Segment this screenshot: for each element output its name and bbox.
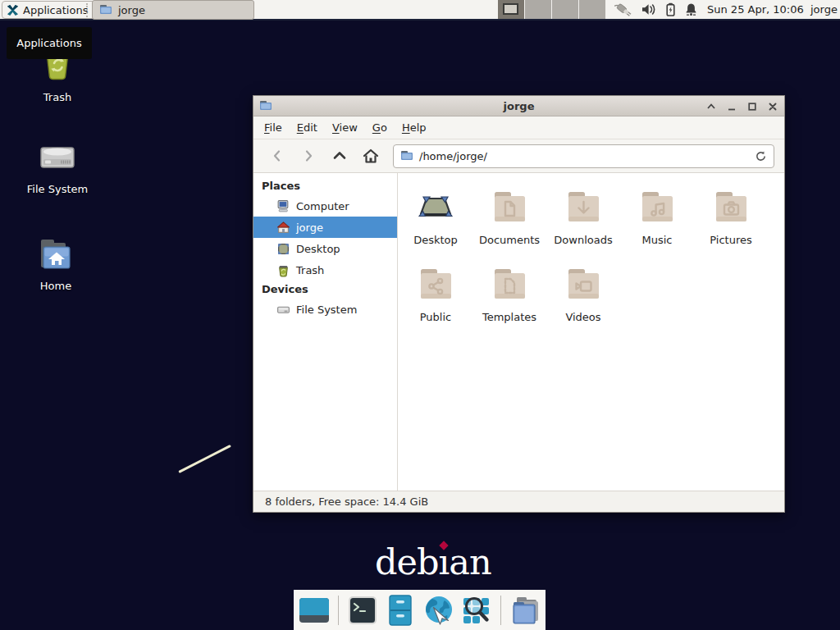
- sidebar-item-label: Desktop: [296, 243, 340, 255]
- public-folder-icon: [416, 264, 455, 304]
- folder-stack-icon: [509, 594, 541, 627]
- documents-folder-icon: [490, 187, 529, 226]
- folder-item-documents[interactable]: Documents: [472, 187, 546, 264]
- terminal-launcher[interactable]: [345, 593, 379, 628]
- sidebar-item-label: File System: [296, 304, 357, 316]
- downloads-folder-icon: [564, 187, 603, 226]
- workspace-3[interactable]: [552, 0, 579, 19]
- location-bar[interactable]: /home/jorge/: [393, 144, 774, 168]
- hard-drive-icon: [37, 139, 78, 177]
- desktop-special-icon: [416, 187, 455, 226]
- window-titlebar[interactable]: jorge: [253, 96, 784, 116]
- templates-folder-icon: [490, 264, 529, 304]
- desktop-icon-label: Trash: [43, 91, 71, 103]
- dock-separator: [500, 596, 502, 625]
- desktop-icon-file-system[interactable]: File System: [20, 139, 95, 195]
- menu-edit[interactable]: Edit: [290, 116, 325, 139]
- workspace-2[interactable]: [525, 0, 552, 19]
- globe-browser-icon: [422, 594, 455, 627]
- folder-label: Music: [642, 234, 673, 246]
- application-finder-launcher[interactable]: [460, 593, 494, 628]
- up-button[interactable]: [324, 144, 355, 168]
- power-plug-icon[interactable]: [614, 2, 634, 18]
- workspace-switcher[interactable]: [498, 0, 606, 19]
- home-icon: [276, 221, 290, 235]
- file-manager-window: jorge File Edit View Go Help: [253, 95, 785, 513]
- desktop-icon-label: Home: [40, 280, 71, 292]
- folder-item-pictures[interactable]: Pictures: [694, 187, 768, 264]
- menu-go[interactable]: Go: [365, 116, 395, 139]
- file-cabinet-icon: [384, 594, 417, 627]
- folder-item-videos[interactable]: Videos: [546, 264, 620, 341]
- applications-menu-button[interactable]: Applications: [2, 1, 95, 19]
- file-list-area[interactable]: Desktop Documents Downloads: [398, 173, 784, 491]
- status-text: 8 folders, Free space: 14.4 GiB: [265, 495, 428, 508]
- stray-line-artifact: [178, 445, 231, 473]
- notifications-bell-icon[interactable]: [684, 2, 698, 16]
- sidebar-item-label: Trash: [296, 264, 324, 276]
- panel-username[interactable]: jorge: [810, 0, 838, 19]
- home-folder-icon: [36, 236, 75, 274]
- sidebar-item-label: jorge: [296, 221, 323, 234]
- folder-item-music[interactable]: Music: [620, 187, 694, 264]
- menu-bar: File Edit View Go Help: [253, 116, 784, 139]
- taskbar-window-button[interactable]: jorge: [92, 0, 254, 20]
- folder-item-downloads[interactable]: Downloads: [546, 187, 620, 264]
- menu-file[interactable]: File: [257, 116, 290, 139]
- show-desktop-button[interactable]: [298, 593, 331, 628]
- menu-view[interactable]: View: [325, 116, 365, 139]
- sidebar-item-computer[interactable]: Computer: [253, 195, 397, 217]
- volume-icon[interactable]: [641, 2, 657, 16]
- folder-label: Templates: [482, 311, 536, 323]
- devices-header: Devices: [253, 281, 397, 299]
- sidebar-item-file-system[interactable]: File System: [253, 299, 397, 320]
- status-bar: 8 folders, Free space: 14.4 GiB: [253, 491, 784, 512]
- terminal-icon: [346, 594, 379, 627]
- web-browser-launcher[interactable]: [422, 593, 455, 628]
- desktop-icon-home[interactable]: Home: [18, 236, 94, 292]
- drive-icon: [276, 303, 290, 317]
- dock-separator: [338, 596, 340, 625]
- sidebar-item-desktop[interactable]: Desktop: [253, 238, 397, 259]
- trash-small-icon: [276, 263, 290, 277]
- minimize-button[interactable]: [726, 101, 737, 112]
- battery-icon[interactable]: [664, 2, 677, 16]
- xfce-menu-icon: [7, 4, 19, 16]
- panel-clock[interactable]: Sun 25 Apr, 10:06: [707, 0, 804, 19]
- menu-help[interactable]: Help: [395, 116, 434, 139]
- file-manager-launcher[interactable]: [384, 593, 418, 628]
- home-button[interactable]: [355, 144, 386, 168]
- shade-window-button[interactable]: [705, 101, 716, 112]
- workspace-1[interactable]: [498, 0, 525, 19]
- music-folder-icon: [637, 187, 677, 226]
- sidebar: Places Computer jo: [253, 173, 398, 491]
- sidebar-item-jorge[interactable]: jorge: [253, 217, 397, 238]
- folder-label: Documents: [479, 234, 540, 246]
- desktop-icon: [276, 242, 290, 256]
- back-button[interactable]: [262, 144, 293, 168]
- panel-drag-handle[interactable]: [86, 3, 89, 17]
- videos-folder-icon: [564, 264, 603, 304]
- sidebar-item-trash[interactable]: Trash: [253, 259, 397, 281]
- show-desktop-icon: [298, 594, 331, 627]
- folder-item-templates[interactable]: Templates: [472, 264, 546, 341]
- reload-icon[interactable]: [755, 150, 767, 162]
- taskbar-window-label: jorge: [118, 4, 145, 16]
- debian-wallpaper-logo: debıan: [375, 541, 491, 582]
- folder-item-public[interactable]: Public: [399, 264, 472, 341]
- places-header: Places: [253, 177, 397, 195]
- folder-item-desktop[interactable]: Desktop: [399, 187, 472, 264]
- task-folder-icon: [99, 3, 112, 16]
- workspace-4[interactable]: [579, 0, 606, 19]
- close-button[interactable]: [767, 101, 778, 112]
- bottom-dock-panel: [294, 590, 546, 630]
- folder-label: Pictures: [710, 234, 751, 246]
- maximize-button[interactable]: [746, 101, 757, 112]
- window-title: jorge: [253, 100, 784, 112]
- forward-button[interactable]: [293, 144, 324, 168]
- folder-label: Videos: [565, 311, 600, 323]
- current-path[interactable]: /home/jorge/: [419, 150, 749, 162]
- sidebar-item-label: Computer: [296, 200, 349, 212]
- file-browser-launcher[interactable]: [508, 593, 541, 628]
- folder-label: Public: [420, 311, 451, 323]
